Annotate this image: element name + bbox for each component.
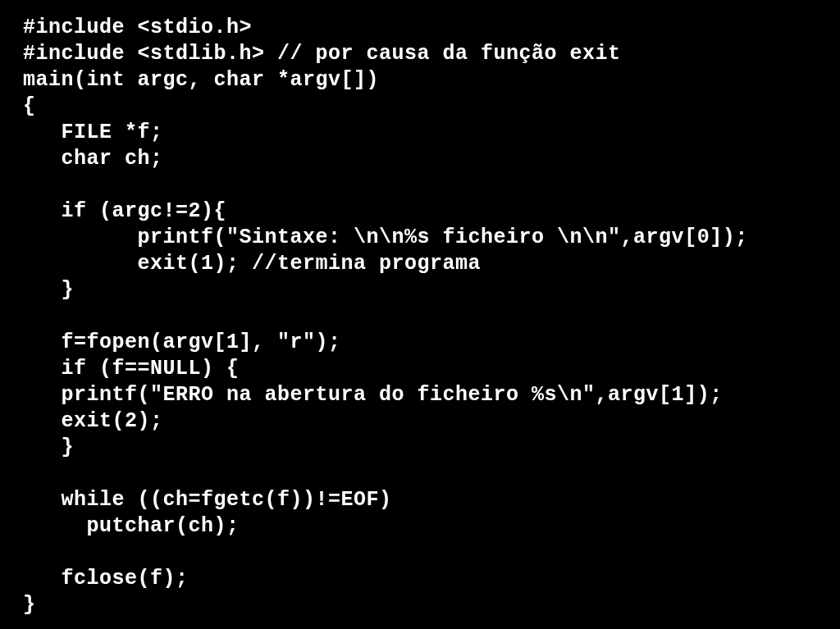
code-block: #include <stdio.h> #include <stdlib.h> /… xyxy=(0,0,840,629)
source-code: #include <stdio.h> #include <stdlib.h> /… xyxy=(23,15,817,618)
